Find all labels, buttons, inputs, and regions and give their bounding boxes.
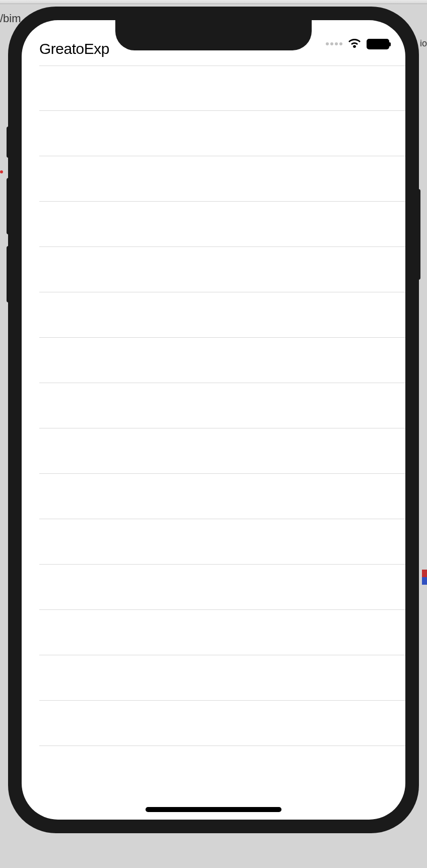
table-row[interactable]: [39, 655, 405, 701]
table-row[interactable]: [39, 746, 405, 769]
table-row[interactable]: [39, 701, 405, 746]
table-row[interactable]: [39, 519, 405, 565]
table-row[interactable]: [39, 565, 405, 610]
volume-down-button: [7, 246, 11, 302]
mute-switch: [7, 127, 11, 158]
phone-screen: GreatoExp: [22, 20, 405, 820]
svg-rect-1: [422, 577, 427, 585]
battery-icon: [367, 39, 389, 49]
power-button: [416, 189, 420, 280]
iphone-device-frame: GreatoExp: [8, 7, 419, 833]
table-row[interactable]: [39, 610, 405, 655]
table-row[interactable]: [39, 247, 405, 292]
right-icon-fragment: [422, 570, 427, 585]
home-indicator[interactable]: [146, 807, 281, 812]
table-row[interactable]: [39, 202, 405, 247]
url-fragment: /bim: [0, 12, 21, 25]
table-row[interactable]: [39, 111, 405, 156]
table-row[interactable]: [39, 383, 405, 428]
table-row[interactable]: [39, 66, 405, 111]
svg-rect-0: [422, 570, 427, 577]
volume-up-button: [7, 178, 11, 234]
table-row[interactable]: [39, 292, 405, 338]
red-indicator-fragment: [0, 170, 3, 173]
wifi-icon: [347, 38, 362, 49]
header-title-overlapped: GreatoExp: [39, 40, 109, 57]
browser-chrome-fragment: [0, 0, 427, 4]
table-row[interactable]: [39, 474, 405, 519]
table-row[interactable]: [39, 156, 405, 202]
table-row[interactable]: [39, 428, 405, 474]
table-view[interactable]: [22, 66, 405, 820]
status-bar-right: [326, 38, 389, 49]
table-row[interactable]: [39, 338, 405, 383]
right-text-fragment: io: [420, 38, 427, 49]
iphone-notch: [115, 20, 312, 50]
cellular-signal-icon: [326, 42, 342, 45]
